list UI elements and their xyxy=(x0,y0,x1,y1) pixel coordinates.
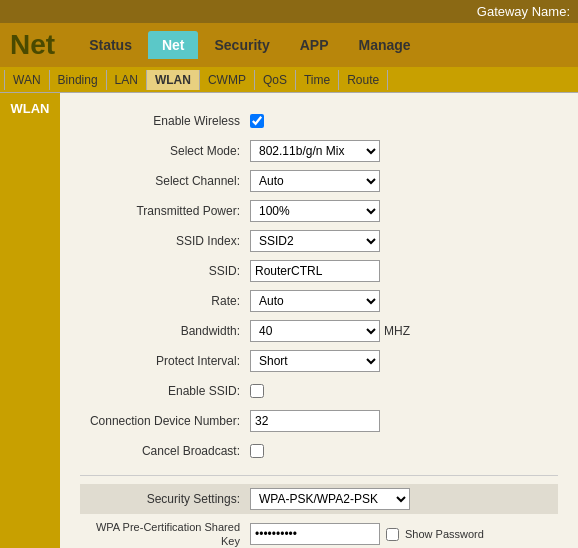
ssid-input[interactable] xyxy=(250,260,380,282)
tab-manage[interactable]: Manage xyxy=(345,31,425,59)
ssid-row: SSID: xyxy=(80,259,558,283)
protect-interval-row: Protect Interval: Short Long Auto xyxy=(80,349,558,373)
subtab-time[interactable]: Time xyxy=(296,70,339,90)
header-bar: Gateway Name: xyxy=(0,0,578,23)
protect-interval-dropdown[interactable]: Short Long Auto xyxy=(250,350,380,372)
select-channel-row: Select Channel: Auto 1 6 11 xyxy=(80,169,558,193)
select-mode-row: Select Mode: 802.11b/g/n Mix 802.11b/g M… xyxy=(80,139,558,163)
ssid-label: SSID: xyxy=(80,264,250,278)
sidebar-wlan-label: WLAN xyxy=(11,101,50,116)
wpa-key-label: WPA Pre-Certification Shared Key xyxy=(80,520,250,548)
protect-interval-label: Protect Interval: xyxy=(80,354,250,368)
rate-label: Rate: xyxy=(80,294,250,308)
select-mode-label: Select Mode: xyxy=(80,144,250,158)
rate-dropdown[interactable]: Auto 1M 2M xyxy=(250,290,380,312)
enable-ssid-checkbox[interactable] xyxy=(250,384,264,398)
subtab-lan[interactable]: LAN xyxy=(107,70,147,90)
security-settings-dropdown[interactable]: WPA-PSK/WPA2-PSK WPA-PSK WPA2-PSK None xyxy=(250,488,410,510)
security-section: Security Settings: WPA-PSK/WPA2-PSK WPA-… xyxy=(80,475,558,548)
top-nav: Net Status Net Security APP Manage xyxy=(0,23,578,67)
bandwidth-row: Bandwidth: 20 40 MHZ xyxy=(80,319,558,343)
ssid-index-row: SSID Index: SSID1 SSID2 SSID3 SSID4 xyxy=(80,229,558,253)
connection-device-input[interactable] xyxy=(250,410,380,432)
enable-wireless-checkbox[interactable] xyxy=(250,114,264,128)
tab-net[interactable]: Net xyxy=(148,31,199,59)
rate-row: Rate: Auto 1M 2M xyxy=(80,289,558,313)
connection-device-label: Connection Device Number: xyxy=(80,414,250,428)
bandwidth-dropdown[interactable]: 20 40 xyxy=(250,320,380,342)
content-area: WLAN Enable Wireless Select Mode: 802.11… xyxy=(0,93,578,548)
mhz-label: MHZ xyxy=(384,324,410,338)
enable-wireless-row: Enable Wireless xyxy=(80,109,558,133)
connection-device-row: Connection Device Number: xyxy=(80,409,558,433)
ssid-index-label: SSID Index: xyxy=(80,234,250,248)
select-channel-dropdown[interactable]: Auto 1 6 11 xyxy=(250,170,380,192)
enable-ssid-row: Enable SSID: xyxy=(80,379,558,403)
subtab-wlan[interactable]: WLAN xyxy=(147,70,200,90)
subtab-cwmp[interactable]: CWMP xyxy=(200,70,255,90)
main-content: Enable Wireless Select Mode: 802.11b/g/n… xyxy=(60,93,578,548)
cancel-broadcast-label: Cancel Broadcast: xyxy=(80,444,250,458)
show-password-checkbox[interactable] xyxy=(386,528,399,541)
wpa-key-row: WPA Pre-Certification Shared Key Show Pa… xyxy=(80,520,558,548)
sidebar: WLAN xyxy=(0,93,60,548)
cancel-broadcast-row: Cancel Broadcast: xyxy=(80,439,558,463)
transmitted-power-label: Transmitted Power: xyxy=(80,204,250,218)
top-nav-tabs: Status Net Security APP Manage xyxy=(75,31,425,59)
subtab-qos[interactable]: QoS xyxy=(255,70,296,90)
select-channel-label: Select Channel: xyxy=(80,174,250,188)
cancel-broadcast-checkbox[interactable] xyxy=(250,444,264,458)
tab-status[interactable]: Status xyxy=(75,31,146,59)
tab-security[interactable]: Security xyxy=(200,31,283,59)
ssid-index-dropdown[interactable]: SSID1 SSID2 SSID3 SSID4 xyxy=(250,230,380,252)
security-settings-label: Security Settings: xyxy=(80,492,250,506)
subtab-wan[interactable]: WAN xyxy=(4,70,50,90)
brand: Net xyxy=(10,29,55,61)
security-settings-row: Security Settings: WPA-PSK/WPA2-PSK WPA-… xyxy=(80,484,558,514)
select-mode-dropdown[interactable]: 802.11b/g/n Mix 802.11b/g Mix 802.11n on… xyxy=(250,140,380,162)
enable-wireless-label: Enable Wireless xyxy=(80,114,250,128)
subtab-binding[interactable]: Binding xyxy=(50,70,107,90)
tab-app[interactable]: APP xyxy=(286,31,343,59)
transmitted-power-row: Transmitted Power: 100% 75% 50% 25% xyxy=(80,199,558,223)
show-password-label: Show Password xyxy=(405,528,484,540)
transmitted-power-dropdown[interactable]: 100% 75% 50% 25% xyxy=(250,200,380,222)
gateway-label: Gateway Name: xyxy=(477,4,570,19)
bandwidth-label: Bandwidth: xyxy=(80,324,250,338)
wpa-key-input[interactable] xyxy=(250,523,380,545)
sub-nav: WAN Binding LAN WLAN CWMP QoS Time Route xyxy=(0,67,578,93)
subtab-route[interactable]: Route xyxy=(339,70,388,90)
enable-ssid-label: Enable SSID: xyxy=(80,384,250,398)
